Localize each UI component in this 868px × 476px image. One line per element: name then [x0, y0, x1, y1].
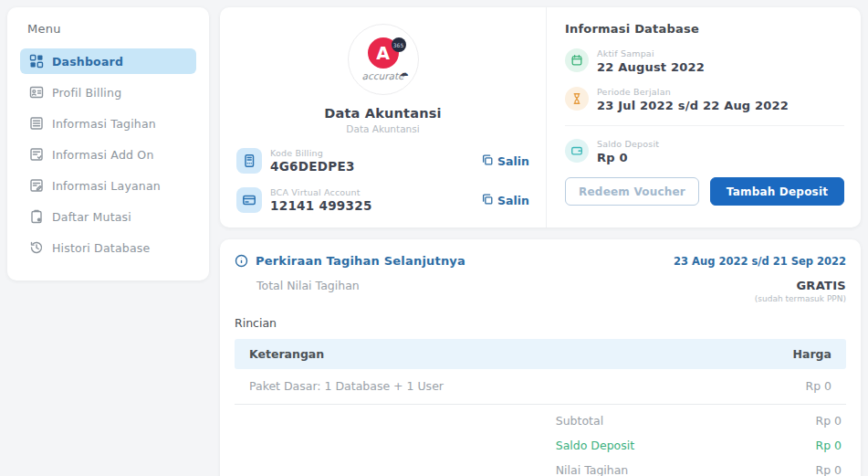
sidebar-item-informasi-add-on[interactable]: Informasi Add On	[20, 142, 196, 167]
summary-label: Subtotal	[556, 414, 603, 428]
sidebar-item-label: Histori Database	[52, 241, 150, 255]
summary-value: Rp 0	[815, 439, 842, 452]
accurate-logo-text: accurate	[362, 70, 404, 81]
active-until-value: 22 August 2022	[597, 60, 705, 74]
sidebar-item-profil-billing[interactable]: Profil Billing	[20, 79, 196, 105]
summary-label: Nilai Tagihan	[556, 463, 629, 476]
billing-code-icon	[236, 148, 262, 174]
redeem-voucher-button[interactable]: Redeem Voucher	[565, 177, 699, 206]
account-section: A 365 accurate ☁ Data Akuntansi Data Aku…	[220, 7, 546, 227]
tambah-deposit-button[interactable]: Tambah Deposit	[710, 177, 844, 206]
sidebar-menu-title: Menu	[20, 20, 196, 48]
table-row-description: Paket Dasar: 1 Database + 1 User	[249, 379, 444, 393]
id-card-icon	[29, 85, 44, 100]
detail-section-title: Rincian	[235, 316, 846, 330]
sidebar-item-label: Informasi Add On	[52, 148, 154, 162]
current-period-label: Periode Berjalan	[597, 87, 789, 97]
summary-row-subtotal: Subtotal Rp 0	[556, 408, 842, 433]
table-header-keterangan: Keterangan	[249, 347, 324, 361]
billing-code-row: Kode Billing 4G6DEDPE3 Salin	[236, 148, 529, 174]
sidebar-item-histori-database[interactable]: Histori Database	[20, 235, 196, 260]
active-until-label: Aktif Sampai	[597, 48, 705, 58]
billing-total-label: Total Nilai Tagihan	[256, 279, 360, 292]
database-actions: Redeem Voucher Tambah Deposit	[565, 177, 844, 206]
database-title: Data Akuntansi	[236, 106, 529, 121]
summary-row-saldo-deposit: Saldo Deposit Rp 0	[556, 433, 842, 458]
history-clock-icon	[29, 240, 44, 255]
table-row: Paket Dasar: 1 Database + 1 User Rp 0	[235, 369, 846, 405]
billing-total-value: GRATIS	[755, 279, 846, 292]
billing-code-value: 4G6DEDPE3	[270, 159, 355, 174]
accurate-logo: A 365 accurate ☁	[348, 24, 419, 95]
virtual-account-row: BCA Virtual Account 12141 499325 Salin	[236, 187, 529, 213]
main-content: A 365 accurate ☁ Data Akuntansi Data Aku…	[220, 7, 861, 476]
sidebar-item-label: Profil Billing	[52, 86, 121, 100]
account-overview-card: A 365 accurate ☁ Data Akuntansi Data Aku…	[220, 7, 861, 227]
database-subtitle: Data Akuntansi	[236, 123, 529, 134]
billing-table-header: Keterangan Harga	[235, 339, 846, 369]
virtual-account-label: BCA Virtual Account	[270, 187, 372, 197]
billing-estimate-title: Perkiraan Tagihan Selanjutnya	[256, 254, 465, 268]
current-period-value: 23 Jul 2022 s/d 22 Aug 2022	[597, 99, 789, 112]
current-period-row: Periode Berjalan 23 Jul 2022 s/d 22 Aug …	[565, 87, 844, 112]
clipboard-icon	[29, 209, 44, 224]
deposit-balance-row: Saldo Deposit Rp 0	[565, 139, 844, 164]
database-info-section: Informasi Database Aktif Sampai 22 Augus…	[546, 7, 861, 227]
billing-estimate-header: Perkiraan Tagihan Selanjutnya 23 Aug 202…	[235, 254, 846, 268]
sidebar-item-label: Dashboard	[52, 55, 123, 69]
summary-value: Rp 0	[815, 414, 842, 428]
wallet-icon	[565, 139, 589, 163]
sidebar-item-label: Informasi Tagihan	[52, 117, 156, 131]
billing-summary: Subtotal Rp 0 Saldo Deposit Rp 0 Nilai T…	[556, 408, 846, 476]
deposit-balance-value: Rp 0	[597, 151, 659, 164]
sidebar-item-daftar-mutasi[interactable]: Daftar Mutasi	[20, 204, 196, 229]
billing-estimate-card: Perkiraan Tagihan Selanjutnya 23 Aug 202…	[220, 239, 861, 476]
sidebar-item-label: Informasi Layanan	[52, 179, 161, 193]
sidebar: Menu Dashboard Profil Billing Informasi …	[7, 7, 209, 280]
table-header-harga: Harga	[793, 347, 831, 361]
calendar-icon	[565, 48, 589, 72]
sidebar-item-informasi-layanan[interactable]: Informasi Layanan	[20, 173, 196, 198]
sidebar-item-dashboard[interactable]: Dashboard	[20, 48, 196, 74]
active-until-row: Aktif Sampai 22 August 2022	[565, 48, 844, 74]
virtual-account-value: 12141 499325	[270, 198, 372, 213]
copy-button-label: Salin	[497, 194, 529, 207]
list-icon	[29, 116, 44, 131]
credit-card-icon	[236, 187, 262, 213]
sidebar-item-informasi-tagihan[interactable]: Informasi Tagihan	[20, 111, 196, 136]
cloud-icon: ☁	[400, 68, 409, 78]
list-check-icon	[29, 147, 44, 162]
copy-icon	[481, 153, 494, 169]
billing-code-label: Kode Billing	[270, 148, 355, 158]
billing-period: 23 Aug 2022 s/d 21 Sep 2022	[674, 255, 846, 268]
hourglass-icon	[565, 87, 589, 111]
summary-value: Rp 0	[815, 463, 842, 476]
summary-label: Saldo Deposit	[556, 439, 634, 452]
document-edit-icon	[29, 178, 44, 193]
summary-row-nilai-tagihan: Nilai Tagihan Rp 0	[556, 458, 842, 476]
copy-virtual-account-button[interactable]: Salin	[481, 193, 529, 208]
billing-total-note: (sudah termasuk PPN)	[755, 294, 846, 303]
deposit-balance-label: Saldo Deposit	[597, 139, 659, 149]
dashboard-icon	[29, 54, 44, 69]
info-icon[interactable]	[235, 254, 248, 268]
database-info-title: Informasi Database	[565, 22, 844, 36]
table-row-price: Rp 0	[805, 379, 831, 393]
sidebar-item-label: Daftar Mutasi	[52, 210, 131, 224]
billing-total-row: Total Nilai Tagihan GRATIS (sudah termas…	[235, 279, 846, 303]
copy-button-label: Salin	[497, 154, 529, 168]
divider	[565, 125, 844, 126]
accurate-365-badge: 365	[392, 37, 406, 52]
copy-billing-code-button[interactable]: Salin	[481, 153, 529, 169]
copy-icon	[481, 193, 494, 208]
billing-dashboard-page: Menu Dashboard Profil Billing Informasi …	[0, 0, 868, 476]
